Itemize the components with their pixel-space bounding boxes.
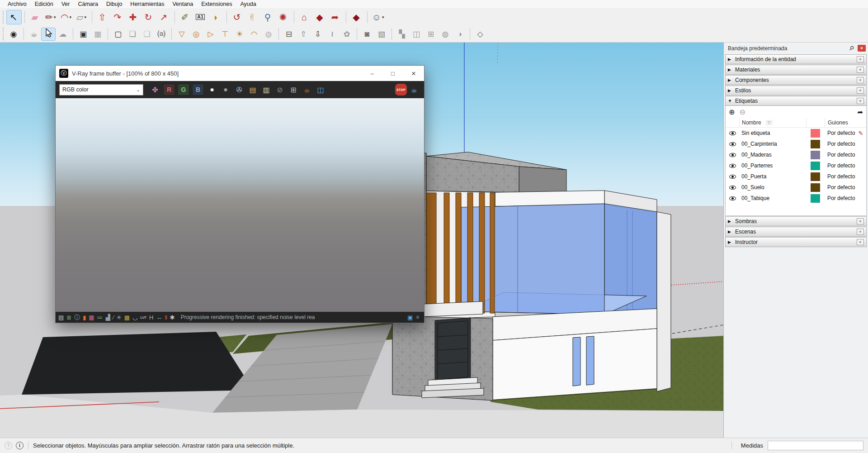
section-instructor[interactable]: ▶ Instructor × — [725, 237, 867, 247]
vfb-layers-icon[interactable]: ≣ — [66, 315, 71, 320]
vray-uvw-tri-planar-button[interactable]: ⊞ — [424, 28, 438, 41]
section-close-button[interactable]: × — [857, 87, 864, 94]
vfb-heatmap-icon[interactable]: H — [149, 315, 153, 320]
toolbar-drag-handle[interactable] — [3, 11, 5, 24]
section-close-button[interactable]: × — [857, 229, 864, 235]
section-close-button[interactable]: × — [857, 56, 864, 62]
vfb-red-channel-button[interactable]: R — [163, 84, 175, 95]
section-scenes[interactable]: ▶ Escenas × — [725, 227, 867, 237]
zoom-extents-tool[interactable]: ✺ — [276, 10, 291, 24]
tag-dash-style[interactable]: Por defecto — [825, 195, 855, 201]
info-icon[interactable]: i — [16, 442, 24, 449]
vray-batch-render-button[interactable]: ❏ — [125, 28, 140, 41]
collapse-chevron-icon[interactable]: » — [415, 315, 422, 319]
vray-fur-button[interactable]: ≀ — [325, 28, 340, 41]
vfb-green-channel-button[interactable]: G — [178, 84, 189, 95]
vfb-background-icon[interactable]: ▩ — [124, 315, 130, 320]
tag-dash-style[interactable]: Por defecto — [825, 141, 855, 147]
tag-color-swatch[interactable] — [811, 140, 820, 148]
vray-render-history-button[interactable]: ❏ — [140, 28, 154, 41]
vfb-color-balance-icon[interactable]: ≔ — [97, 315, 103, 320]
vfb-lut-icon[interactable]: LUT — [140, 316, 146, 319]
tag-row[interactable]: 00_Tabique Por defecto — [726, 193, 866, 204]
vfb-panel-toggle-icon[interactable]: ▤ — [58, 315, 64, 320]
tag-dash-style[interactable]: Por defecto — [825, 130, 855, 136]
vfb-stop-render-button[interactable]: STOP — [395, 84, 407, 95]
vray-viewport-render-button[interactable]: ▣ — [76, 28, 90, 41]
toolbar-separator[interactable] — [278, 28, 279, 40]
toolbar-separator[interactable] — [171, 28, 172, 40]
toolbar-separator[interactable] — [392, 28, 392, 40]
vray-viewport-render-region-button[interactable]: ▦ — [90, 28, 105, 41]
vfb-heat-range-icon[interactable]: ↔ — [156, 315, 162, 320]
toolbar-separator[interactable] — [346, 11, 346, 23]
menu-item[interactable]: Ventana — [168, 0, 197, 8]
vray-uvw-planar-button[interactable]: ▚ — [395, 28, 409, 41]
vfb-title-bar[interactable]: Ⓥ V-Ray frame buffer - [100% of 800 x 45… — [56, 66, 424, 81]
tag-color-swatch[interactable] — [811, 162, 820, 170]
offset-tool[interactable]: ↷ — [110, 10, 126, 24]
rectangle-tool[interactable]: ▱ ▾ — [74, 10, 89, 24]
menu-item[interactable]: Cámara — [74, 0, 102, 8]
section-shadows[interactable]: ▶ Sombras × — [725, 216, 867, 226]
menu-item[interactable]: Archivo — [4, 0, 31, 8]
vfb-save-image-button[interactable]: ✇ — [233, 83, 245, 96]
tag-color-swatch[interactable] — [811, 194, 820, 203]
tag-color-swatch[interactable] — [811, 172, 820, 181]
vray-asset-editor-button[interactable]: ◉ — [6, 28, 21, 41]
toolbar-separator[interactable] — [226, 11, 227, 23]
tag-dash-style[interactable]: Por defecto — [825, 162, 855, 169]
vfb-white-channel-button[interactable]: ● — [206, 83, 218, 96]
tag-color-swatch[interactable] — [811, 129, 820, 138]
vfb-pixel-info-button[interactable]: ⊞ — [287, 83, 300, 96]
section-tags[interactable]: ▼ Etiquetas × — [725, 96, 867, 106]
vfb-alpha-channel-button[interactable]: ● — [219, 83, 232, 96]
tag-row[interactable]: 00_Puerta Por defecto — [726, 171, 866, 182]
vray-mesh-light-button[interactable]: ◍ — [261, 28, 276, 41]
vfb-copy-clipboard-button[interactable]: ▥ — [260, 83, 273, 96]
measures-input[interactable] — [768, 441, 863, 450]
paint-bucket-tool[interactable]: ◗ — [208, 10, 224, 24]
visibility-eye-icon[interactable] — [726, 164, 739, 168]
vfb-info-icon[interactable]: ⓘ — [74, 315, 80, 320]
orbit-tool[interactable]: ↺ — [230, 10, 245, 24]
section-styles[interactable]: ▶ Estilos × — [725, 86, 867, 95]
pin-icon[interactable]: ⚲ — [848, 44, 856, 52]
tag-row[interactable]: 00_Carpinteria Por defecto — [726, 138, 866, 149]
vray-import-proxy-button[interactable]: ⇩ — [311, 28, 325, 41]
section-entity-info[interactable]: ▶ Información de la entidad × — [725, 54, 867, 64]
vfb-stereo-icon[interactable]: ‖ — [165, 315, 167, 320]
move-tool[interactable]: ✚ — [126, 10, 141, 24]
section-close-button[interactable]: × — [857, 67, 864, 73]
toolbar-separator[interactable] — [24, 11, 25, 23]
menu-item[interactable]: Ayuda — [236, 0, 260, 8]
sort-icon[interactable]: ▽ — [766, 120, 773, 125]
vfb-blue-channel-button[interactable]: B — [192, 84, 204, 95]
account-button[interactable]: ☺ ▾ — [370, 10, 386, 24]
close-button[interactable]: ✕ — [403, 66, 424, 81]
channel-select[interactable]: RGB color ⌄ — [59, 84, 143, 95]
extension-manager-button[interactable]: ◆ — [349, 10, 364, 24]
vray-frame-buffer-button[interactable]: ▢ — [111, 28, 125, 41]
section-materials[interactable]: ▶ Materiales × — [725, 65, 867, 75]
tag-row[interactable]: 00_Maderas Por defecto — [726, 149, 866, 160]
vray-render-interactive-button[interactable]: ☕ — [41, 28, 56, 41]
visibility-eye-icon[interactable] — [726, 175, 739, 179]
vray-export-proxy-button[interactable]: ⇧ — [296, 28, 311, 41]
pan-tool[interactable]: ✌ — [245, 10, 260, 24]
menu-item[interactable]: Edición — [31, 0, 57, 8]
remove-tag-button[interactable]: ⊖ — [739, 109, 745, 116]
toolbar-separator[interactable] — [175, 11, 175, 23]
maximize-button[interactable]: □ — [382, 66, 403, 81]
vfb-color-corrections-icon[interactable]: ✤ — [149, 83, 161, 96]
vray-dome-light-button[interactable]: ◠ — [247, 28, 261, 41]
toolbar-separator[interactable] — [108, 28, 108, 40]
menu-item[interactable]: Herramientas — [126, 0, 168, 8]
tag-dash-style[interactable]: Por defecto — [825, 173, 855, 180]
vfb-clear-image-button[interactable]: ⊘ — [274, 83, 286, 96]
rotate-tool[interactable]: ↻ — [141, 10, 156, 24]
toolbar-separator[interactable] — [73, 28, 73, 40]
tag-row[interactable]: 00_Parterres Por defecto — [726, 160, 866, 171]
eraser-tool[interactable]: ▰ — [28, 10, 43, 24]
vfb-hsl-icon[interactable]: ▦ — [89, 315, 94, 320]
